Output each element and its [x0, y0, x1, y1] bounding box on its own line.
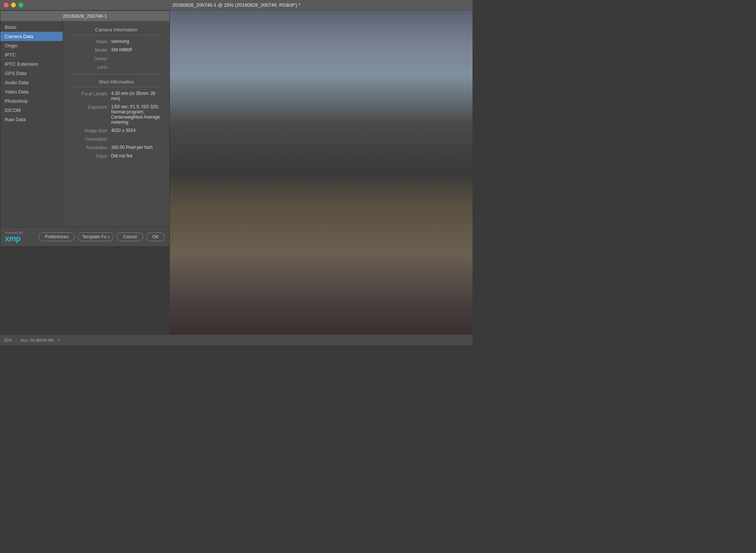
lens-label: Lens: [71, 64, 111, 70]
sidebar-item-audio-data[interactable]: Audio Data [0, 78, 63, 87]
sidebar-item-origin[interactable]: Origin [0, 41, 63, 50]
bottom-status-bar: 25% | Doc: 34.9M/34.9M > [0, 334, 472, 345]
flash-label: Flash: [71, 153, 111, 159]
flash-value: Did not fire [111, 153, 162, 158]
orientation-row: Orientation: [71, 136, 162, 142]
preferences-button[interactable]: Preferences [39, 232, 75, 241]
xmp-logo: Powered By xmp [5, 231, 23, 243]
doc-size: Doc: 34.9M/34.9M [21, 338, 54, 342]
metadata-sidebar: Basic Camera Data Origin IPTC IPTC Exten… [0, 21, 63, 227]
exposure-row: Exposure: 1/50 sec; f/1.5; ISO 320; Norm… [71, 104, 162, 125]
sidebar-item-gps-data[interactable]: GPS Data [0, 69, 63, 78]
model-label: Model: [71, 47, 111, 53]
separator-icon: | [16, 337, 17, 343]
arrow-icon: > [58, 338, 60, 342]
section-divider [71, 74, 162, 75]
sidebar-item-raw-data[interactable]: Raw Data [0, 115, 63, 124]
ok-button[interactable]: OK [146, 232, 165, 241]
image-size-label: Image Size: [71, 128, 111, 133]
sidebar-item-dicom[interactable]: DICOM [0, 106, 63, 115]
app-title: 20180828_200746-1 @ 25% (20180828_200746… [172, 2, 300, 8]
model-row: Model: SM-N960F [71, 47, 162, 53]
make-label: Make: [71, 39, 111, 44]
orientation-label: Orientation: [71, 136, 111, 142]
sidebar-item-photoshop[interactable]: Photoshop [0, 96, 63, 106]
maximize-button[interactable] [18, 3, 23, 7]
photo-simulation [170, 10, 472, 334]
dropdown-arrow-icon: ▾ [108, 235, 110, 239]
sidebar-item-basic[interactable]: Basic [0, 23, 63, 32]
sidebar-item-camera-data[interactable]: Camera Data [0, 32, 63, 41]
close-button[interactable] [4, 3, 8, 7]
exposure-label: Exposure: [71, 104, 111, 110]
make-value: samsung [111, 39, 162, 44]
sidebar-item-iptc-extension[interactable]: IPTC Extension [0, 59, 63, 69]
flash-row: Flash: Did not fire [71, 153, 162, 159]
shot-info-title: Shot Information [71, 79, 162, 87]
dialog-footer: Powered By xmp Preferences Template Fo ▾… [0, 227, 169, 246]
focal-length-label: Focal Length: [71, 91, 111, 96]
template-dropdown[interactable]: Template Fo ▾ [78, 232, 114, 241]
resolution-value: 300.00 Pixel per Inch [111, 145, 162, 150]
focal-length-row: Focal Length: 4.30 mm (in 35mm: 26 mm) [71, 91, 162, 101]
minimize-button[interactable] [11, 3, 16, 7]
window-controls[interactable] [4, 3, 23, 7]
zoom-level: 25% [4, 338, 12, 342]
make-row: Make: samsung [71, 39, 162, 44]
dialog-title-bar: 20180828_200746-1 [0, 11, 169, 21]
resolution-row: Resolution: 300.00 Pixel per Inch [71, 145, 162, 150]
template-label: Template Fo [82, 234, 106, 239]
dialog-title: 20180828_200746-1 [63, 13, 107, 19]
exposure-value: 1/50 sec; f/1.5; ISO 320; Normal program… [111, 104, 162, 125]
model-value: SM-N960F [111, 47, 162, 52]
cancel-button[interactable]: Cancel [117, 232, 143, 241]
camera-info-title: Camera Information [71, 27, 162, 35]
focal-length-value: 4.30 mm (in 35mm: 26 mm) [111, 91, 162, 101]
owner-row: Owner: [71, 56, 162, 61]
sidebar-item-video-data[interactable]: Video Data [0, 87, 63, 96]
resolution-label: Resolution: [71, 145, 111, 150]
app-title-bar: 20180828_200746-1 @ 25% (20180828_200746… [0, 0, 472, 10]
dialog-body: Basic Camera Data Origin IPTC IPTC Exten… [0, 21, 169, 227]
metadata-content: Camera Information Make: samsung Model: … [63, 21, 169, 227]
owner-label: Owner: [71, 56, 111, 61]
background-photo [170, 10, 472, 334]
image-size-row: Image Size: 4032 x 3024 [71, 128, 162, 133]
image-size-value: 4032 x 3024 [111, 128, 162, 133]
metadata-dialog: 20180828_200746-1 Basic Camera Data Orig… [0, 10, 170, 247]
xmp-logo-text: xmp [5, 235, 20, 243]
sidebar-item-iptc[interactable]: IPTC [0, 50, 63, 59]
lens-row: Lens: [71, 64, 162, 70]
